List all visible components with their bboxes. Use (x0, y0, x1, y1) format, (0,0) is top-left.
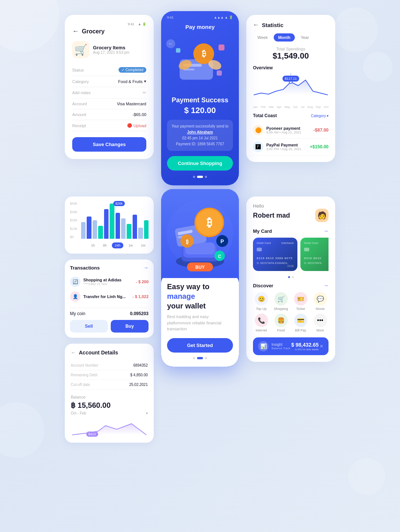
category-label: Category (72, 79, 89, 84)
pay-signal: ▲▲▲ ▲ 🔋 (214, 16, 233, 19)
time-tabs: Week Month Year (253, 33, 329, 42)
discover-grid: 😊 Top Up 🛒 Shopping 🎫 Ticket 💬 Movie 📞 (253, 292, 329, 332)
filter-24h[interactable]: 24h (112, 242, 123, 248)
total-coast-header: Total Coast Category ▾ (253, 113, 329, 118)
discover-label: Discover (253, 283, 273, 288)
trans-sub-1: ****2482 21 Nov (83, 282, 121, 286)
bar-10 (133, 215, 137, 239)
stat-title: Statistic (262, 22, 283, 28)
mini-chart-tag: $413 (86, 432, 98, 437)
insight-value: $ 98,432.65 (291, 342, 319, 348)
payment-amount: $ 120.00 (167, 106, 233, 115)
discover-movie[interactable]: 💬 Movie (312, 292, 329, 311)
pay-title: Pay money (185, 24, 214, 30)
discover-ticket[interactable]: 🎫 Ticket (292, 292, 309, 311)
grocery-item-name: Grocery Items (93, 45, 129, 50)
grocery-icon: 🛒 (72, 41, 89, 58)
debit-card-2[interactable]: Debit Card 8319 8610 S. MOSTAFA (300, 238, 329, 271)
card-dot-1 (288, 276, 290, 278)
transactions-arrow[interactable]: → (143, 265, 149, 271)
tab-week[interactable]: Week (253, 33, 272, 42)
overview-label: Overview (253, 65, 329, 70)
category-filter[interactable]: Category ▾ (311, 114, 329, 118)
discover-internet[interactable]: 📞 Internet (253, 314, 270, 332)
wallet-highlight: manage (167, 292, 195, 300)
wallet-subtitle: Best tradding and easy platformmore reli… (167, 314, 233, 332)
pyoneer-icon: 🟠 (253, 125, 263, 135)
discover-shopping[interactable]: 🛒 Shopping (273, 292, 289, 311)
acc-title: Account Details (79, 350, 118, 356)
trans-icon-1: 🔄 (70, 277, 80, 287)
filter-1w[interactable]: 1w (126, 242, 136, 248)
discover-topup[interactable]: 😊 Top Up (253, 292, 270, 311)
sell-btn[interactable]: Sell (70, 320, 108, 333)
promo-dot-3 (205, 357, 207, 359)
success-title: Payment Success (167, 96, 233, 104)
bar-2 (87, 217, 91, 239)
total-spendings-label: Total Spendings (253, 47, 329, 51)
total-spendings-value: $1,549.00 (253, 51, 329, 61)
insight-label: Insight (271, 343, 290, 347)
my-card-arrow[interactable]: → (323, 228, 329, 234)
cards-row: Debit Card Interbank 8319 8610 3988 8075… (253, 238, 329, 271)
wallet-title: Easy way to manage your wallet (167, 282, 233, 311)
wallet-app-card: Hello Robert mad 🧑 My Card → Debit Card … (246, 196, 335, 362)
grocery-amount-row: Amount -$65.00 (72, 109, 146, 120)
transactions-mini-card: Transactions → 🔄 Shopping at Adidas ****… (65, 260, 154, 338)
grocery-receipt-row: Receipt 🔴 Upload (72, 120, 146, 131)
discover-arrow[interactable]: → (323, 282, 329, 288)
debit-card-1[interactable]: Debit Card Interbank 8319 8610 3988 8075… (253, 238, 297, 271)
movie-icon: 💬 (314, 292, 327, 305)
trans-name-1: Shopping at Adidas (83, 278, 121, 282)
tab-year[interactable]: Year (296, 33, 313, 42)
filter-6h[interactable]: 6h (100, 242, 110, 248)
amount-label: Amount (72, 112, 86, 117)
chart-tooltip: $117.11 (283, 76, 299, 82)
acc-back-btn[interactable]: ← (71, 350, 76, 356)
svg-rect-8 (176, 48, 180, 53)
acc-field-number: Account Number 6894352 (71, 361, 148, 370)
nav-dot-2 (197, 176, 203, 178)
bar-6 (110, 204, 114, 239)
balance-value: ฿ 15,560.00 (71, 401, 148, 410)
discover-billpay[interactable]: 💳 Bill Pay (292, 314, 309, 332)
grocery-status-bar: 9:41 ▲ 🔋 (72, 22, 146, 26)
user-name-row: Robert mad 🧑 (253, 209, 329, 222)
discover-food[interactable]: 🍔 Food (273, 314, 289, 332)
filter-1h[interactable]: 1h (88, 242, 98, 248)
upload-btn[interactable]: 🔴 Upload (127, 123, 146, 128)
grocery-item-info: Grocery Items Aug 17, 2021 9:53 pm (93, 45, 129, 54)
category-value[interactable]: Food & Fruits ▾ (118, 79, 146, 84)
paypal-amount: +$150.00 (310, 144, 329, 149)
paypal-icon: 🅿 (253, 142, 263, 152)
amount-value: -$65.00 (133, 112, 146, 117)
insight-close-btn[interactable]: ✕ (320, 344, 323, 349)
trans-amount-2: - $ 1,022 (133, 294, 149, 299)
bar-chart-card: $54k$39k$26k$13k$0 $26k (65, 196, 154, 254)
tab-month[interactable]: Month (274, 33, 295, 42)
save-changes-button[interactable]: Save Changes (72, 137, 146, 152)
ticket-icon: 🎫 (294, 292, 307, 305)
card-chip-1 (257, 248, 262, 251)
grocery-back-btn[interactable]: ← (72, 27, 79, 35)
discover-more[interactable]: ••• More (312, 314, 329, 332)
get-started-btn[interactable]: Get Started (167, 338, 233, 353)
bar-11 (138, 228, 143, 239)
bar-9 (127, 224, 131, 239)
payment-id: 1898 5645 7767 (197, 142, 224, 146)
account-value: Visa Mastercard (117, 102, 146, 106)
topup-icon: 😊 (255, 292, 268, 305)
recipient-link[interactable]: John Abraham (187, 130, 213, 134)
buy-btn[interactable]: Buy (111, 320, 149, 333)
pyoneer-amount: -$87.00 (313, 128, 329, 133)
grocery-category-row: Category Food & Fruits ▾ (72, 76, 146, 87)
svg-rect-9 (217, 70, 222, 76)
my-coin-row: My coin 0.095203 (70, 308, 149, 316)
my-card-header: My Card → (253, 228, 329, 234)
svg-text:C: C (218, 254, 221, 259)
continue-shopping-btn[interactable]: Continue Shopping (167, 156, 233, 171)
svg-text:P: P (220, 238, 224, 244)
grocery-notes-row[interactable]: Add notes ✏ (72, 87, 146, 99)
stat-back-btn[interactable]: ← (253, 22, 259, 28)
filter-1m[interactable]: 1m (138, 242, 149, 248)
